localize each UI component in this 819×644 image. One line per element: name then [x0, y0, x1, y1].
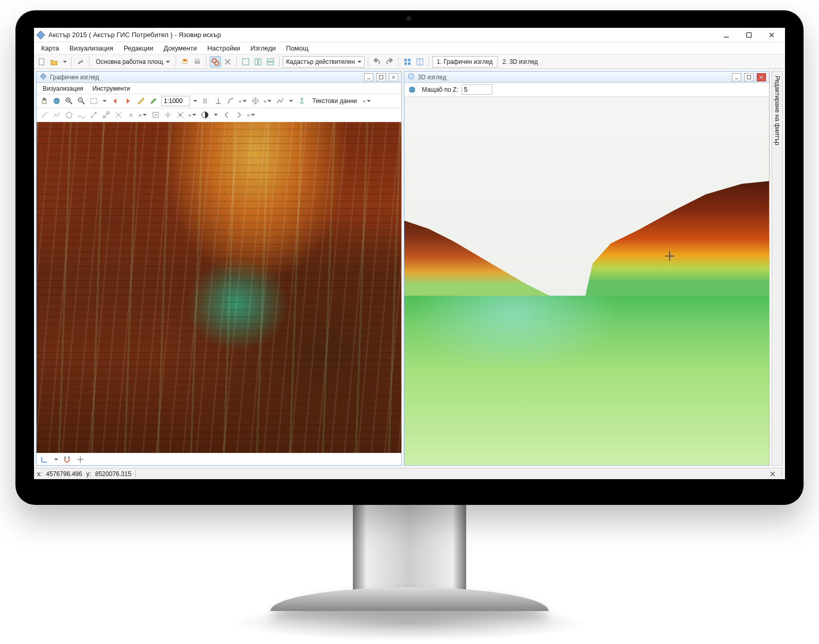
panel-menu-visualization[interactable]: Визуализация [39, 85, 88, 92]
dropdown-arrow-icon[interactable] [61, 59, 68, 65]
pi-icon[interactable]: π [125, 109, 136, 121]
layer-dropdown[interactable]: Кадастър действителен [283, 56, 365, 67]
select-rect-icon[interactable] [88, 95, 99, 107]
svg-rect-14 [267, 62, 274, 65]
snap-grid-icon[interactable] [150, 109, 161, 121]
panel-menu-tools[interactable]: Инструменти [89, 85, 134, 92]
menu-edits[interactable]: Редакции [118, 42, 159, 54]
new-file-icon[interactable] [36, 56, 47, 67]
panel-close-button[interactable] [389, 73, 398, 81]
overflow-icon[interactable] [237, 98, 248, 104]
polyline2-icon[interactable] [51, 109, 62, 121]
zoom-out-icon[interactable] [76, 95, 87, 107]
perpendicular-icon[interactable] [213, 95, 224, 107]
globe-icon[interactable] [51, 95, 62, 107]
line-icon[interactable] [39, 109, 50, 121]
svg-rect-16 [408, 59, 411, 61]
svg-rect-17 [404, 62, 407, 65]
panel-close-button[interactable] [757, 73, 766, 81]
wrench-icon[interactable] [75, 56, 86, 67]
parallel-lines-icon[interactable] [200, 95, 212, 107]
menu-views[interactable]: Изгледи [245, 42, 281, 54]
panel-minimize-button[interactable] [732, 73, 741, 81]
window-layout-2-icon[interactable] [252, 56, 264, 67]
workspace-dropdown[interactable]: Основна работна площ [93, 56, 173, 67]
layers-icon[interactable] [179, 56, 191, 67]
menu-visualization[interactable]: Визуализация [64, 42, 118, 54]
polygon-icon[interactable] [63, 109, 75, 121]
anchor-icon[interactable] [296, 95, 308, 107]
menu-documents[interactable]: Документи [158, 42, 202, 54]
chevron-down-icon[interactable] [100, 98, 108, 104]
magnet-snap-icon[interactable] [61, 454, 73, 465]
panel-maximize-button[interactable] [377, 73, 386, 81]
tile-icon[interactable] [414, 56, 425, 67]
chevron-down-icon[interactable] [191, 98, 198, 104]
sidebar-tab-filter-edit[interactable]: Редактиране на филтър [772, 71, 783, 466]
measure-icon[interactable] [135, 95, 147, 107]
contrast-icon[interactable] [199, 109, 211, 121]
redo-icon[interactable] [384, 56, 395, 67]
window-close-button[interactable] [760, 28, 783, 42]
viewport-2d[interactable] [37, 122, 401, 453]
view-tab-graphic[interactable]: 1. Графичен изглед [432, 56, 498, 67]
svg-point-40 [301, 98, 303, 100]
overflow-icon[interactable] [362, 98, 372, 104]
overflow-icon[interactable] [138, 112, 148, 118]
ortho-snap-icon[interactable] [75, 454, 86, 465]
target-icon[interactable] [250, 95, 261, 107]
svg-rect-23 [380, 75, 383, 79]
snap-node-icon[interactable] [162, 109, 174, 121]
vertex-icon[interactable] [88, 109, 99, 121]
window-maximize-button[interactable] [738, 28, 760, 42]
chevron-down-icon[interactable] [212, 112, 219, 118]
svg-marker-0 [37, 31, 45, 39]
text-data-button[interactable]: Текстови данни [309, 95, 361, 107]
undo-icon[interactable] [371, 56, 383, 67]
zoom-in-icon[interactable] [63, 95, 75, 107]
grid-icon[interactable] [402, 56, 413, 67]
window-layout-1-icon[interactable] [240, 56, 251, 67]
overflow-icon[interactable] [187, 112, 197, 118]
chevron-down-icon[interactable] [52, 456, 59, 463]
identify-icon[interactable] [210, 56, 221, 67]
panel-graphic-toolbar-2: π [37, 108, 401, 122]
hand-pan-icon[interactable] [39, 95, 50, 107]
scale-input[interactable] [161, 96, 190, 106]
arrow-next-icon[interactable] [122, 95, 133, 107]
menu-help[interactable]: Помощ [281, 42, 313, 54]
brush-icon[interactable] [148, 95, 159, 107]
svg-rect-46 [103, 116, 105, 118]
globe-3d-icon[interactable] [406, 84, 418, 95]
z-scale-label: Мащаб по Z: [420, 86, 460, 93]
status-clear-button[interactable] [768, 469, 777, 479]
z-scale-input[interactable] [462, 84, 492, 95]
overflow-icon[interactable] [262, 98, 272, 104]
polyline-icon[interactable] [275, 95, 286, 107]
overflow-icon[interactable] [246, 112, 256, 118]
curve-icon[interactable] [76, 109, 87, 121]
window-layout-3-icon[interactable] [265, 56, 276, 67]
menu-settings[interactable]: Настройки [202, 42, 245, 54]
menu-map[interactable]: Карта [36, 42, 64, 54]
scissors-icon[interactable] [222, 56, 233, 67]
panel-minimize-button[interactable] [364, 73, 373, 81]
window-minimize-button[interactable] [715, 28, 738, 42]
split-icon[interactable] [113, 109, 124, 121]
view-tab-3d[interactable]: 2. 3D изглед [499, 56, 542, 67]
panel-maximize-button[interactable] [744, 73, 754, 81]
arrow-prev-icon[interactable] [110, 95, 121, 107]
svg-line-32 [82, 101, 84, 104]
snap-inter-icon[interactable] [175, 109, 186, 121]
edit-vertex-icon[interactable] [100, 109, 112, 121]
viewport-3d[interactable] [404, 97, 769, 465]
chevron-down-icon[interactable] [287, 98, 294, 104]
pan-left-icon[interactable] [221, 109, 232, 121]
status-bar: x: 4576796.496 y: 8520076.315 [34, 468, 785, 479]
print-icon[interactable] [192, 56, 203, 67]
arc-icon[interactable] [225, 95, 236, 107]
pan-right-icon[interactable] [233, 109, 245, 121]
svg-rect-11 [255, 59, 258, 65]
open-folder-icon[interactable] [48, 56, 60, 67]
axis-toggle-icon[interactable] [39, 454, 50, 465]
